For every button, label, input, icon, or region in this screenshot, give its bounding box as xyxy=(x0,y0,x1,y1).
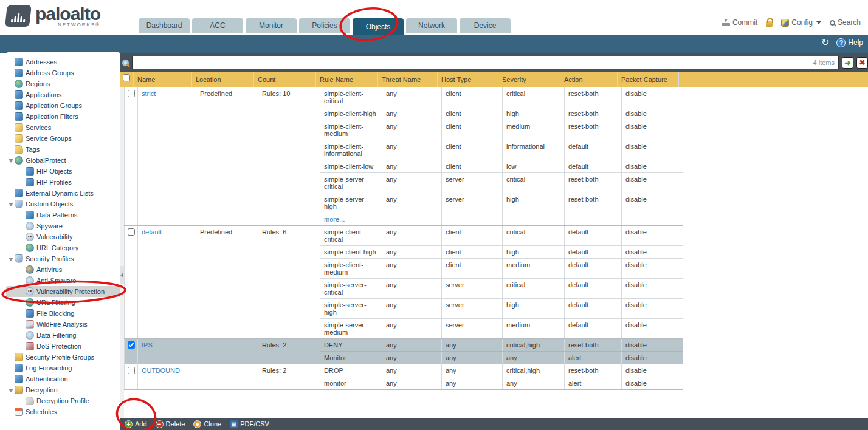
tab-monitor[interactable]: Monitor xyxy=(246,18,297,33)
rule-row: DENYanyanycritical,highreset-bothdisable xyxy=(320,339,683,352)
cell-packet-capture: disable xyxy=(621,364,683,377)
col-header-action[interactable]: Action xyxy=(560,72,617,87)
rules-block: DENYanyanycritical,highreset-bothdisable… xyxy=(320,339,683,364)
pdf-csv-button[interactable]: ▤PDF/CSV xyxy=(230,420,269,428)
select-all-checkbox[interactable] xyxy=(120,72,133,87)
col-header-threat-name[interactable]: Threat Name xyxy=(377,72,437,87)
profile-name-link[interactable]: default xyxy=(142,228,192,236)
add-button[interactable]: +Add xyxy=(125,420,147,428)
col-header-rule-name[interactable]: Rule Name xyxy=(315,72,377,87)
sidebar-item-wildfire-analysis[interactable]: WildFire Analysis xyxy=(6,319,120,330)
profile-row-strict[interactable]: strictPredefinedRules: 10simple-client-c… xyxy=(124,87,683,226)
row-checkbox[interactable] xyxy=(128,341,135,349)
delete-button[interactable]: −Delete xyxy=(156,420,185,428)
cell-action xyxy=(564,213,621,225)
tab-policies[interactable]: Policies xyxy=(299,18,350,33)
sidebar-item-log-forwarding[interactable]: Log Forwarding xyxy=(6,363,120,374)
filter-search-icon[interactable] xyxy=(122,60,129,66)
profile-name-link[interactable]: OUTBOUND xyxy=(142,367,192,374)
col-header-location[interactable]: Location xyxy=(191,72,253,87)
sidebar-item-dos-protection[interactable]: DoS Protection xyxy=(6,341,120,352)
expand-triangle-icon[interactable] xyxy=(9,200,15,208)
app-header: paloalto NETWORKS® DashboardACCMonitorPo… xyxy=(0,0,868,35)
rule-row: simple-server-mediumanyservermediumdefau… xyxy=(320,319,683,338)
profile-row-ips[interactable]: IPSRules: 2DENYanyanycritical,highreset-… xyxy=(124,339,683,364)
cell-action: default xyxy=(564,319,621,338)
tab-device[interactable]: Device xyxy=(460,18,511,33)
sidebar-item-security-profiles[interactable]: Security Profiles xyxy=(6,253,120,264)
profile-name-link[interactable]: IPS xyxy=(142,341,192,349)
sidebar-item-data-patterns[interactable]: Data Patterns xyxy=(6,210,120,220)
commit-button[interactable]: Commit xyxy=(722,18,757,27)
sidebar-item-applications[interactable]: Applications xyxy=(6,89,120,100)
row-checkbox[interactable] xyxy=(128,228,135,236)
apply-filter-button[interactable]: ➜ xyxy=(842,57,853,69)
sidebar-item-decryption[interactable]: Decryption xyxy=(6,384,120,395)
profile-name-link[interactable]: strict xyxy=(142,90,192,97)
sidebar-item-spyware[interactable]: Spyware xyxy=(6,220,120,231)
col-header-severity[interactable]: Severity xyxy=(498,72,560,87)
expand-triangle-icon[interactable] xyxy=(9,255,15,262)
sidebar-item-service-groups[interactable]: Service Groups xyxy=(6,133,120,144)
cell-packet-capture: disable xyxy=(621,319,683,338)
sidebar-item-address-groups[interactable]: Address Groups xyxy=(6,67,120,78)
url-filtering-globe-icon xyxy=(26,298,34,307)
sidebar-item-application-groups[interactable]: Application Groups xyxy=(6,100,120,111)
sidebar-item-services[interactable]: Services xyxy=(6,122,120,133)
sidebar-item-tags[interactable]: Tags xyxy=(6,144,120,155)
sidebar-item-data-filtering[interactable]: Data Filtering xyxy=(6,330,120,341)
sidebar-item-custom-objects[interactable]: Custom Objects xyxy=(6,199,120,210)
col-header-host-type[interactable]: Host Type xyxy=(437,72,498,87)
expand-triangle-icon[interactable] xyxy=(9,157,15,164)
cell-host-type: client xyxy=(441,246,502,258)
service-groups-icon xyxy=(15,134,23,143)
tab-network[interactable]: Network xyxy=(406,18,457,33)
row-checkbox[interactable] xyxy=(128,90,135,97)
paloalto-logo-icon xyxy=(5,5,32,27)
search-button[interactable]: Search xyxy=(830,18,861,27)
sidebar-item-vulnerability[interactable]: Vulnerability xyxy=(6,231,120,242)
profile-row-outbound[interactable]: OUTBOUNDRules: 2DROPanyanycritical,highr… xyxy=(124,364,683,390)
refresh-icon[interactable]: ↻ xyxy=(821,38,829,47)
lock-icon[interactable] xyxy=(766,21,773,27)
clone-button[interactable]: ●Clone xyxy=(193,420,221,428)
sidebar-item-schedules[interactable]: Schedules xyxy=(6,406,120,417)
sidebar-item-url-category[interactable]: URL Category xyxy=(6,242,120,253)
sidebar-item-anti-spyware[interactable]: Anti-Spyware xyxy=(6,275,120,286)
rule-row: Monitoranyanyanyalertdisable xyxy=(320,352,683,364)
sidebar-item-vulnerability-protection[interactable]: Vulnerability Protection xyxy=(6,286,120,297)
more-rules-link[interactable]: more... xyxy=(320,213,382,225)
cell-threat-name: any xyxy=(382,259,441,278)
profile-row-default[interactable]: defaultPredefinedRules: 6simple-client-c… xyxy=(124,226,683,339)
dos-icon xyxy=(26,342,34,350)
sidebar-item-hip-objects[interactable]: HIP Objects xyxy=(6,166,120,177)
tab-acc[interactable]: ACC xyxy=(192,18,243,33)
clear-filter-button[interactable]: ✖ xyxy=(856,57,868,69)
main-nav-tabs: DashboardACCMonitorPoliciesObjectsNetwor… xyxy=(139,18,511,35)
sidebar-item-security-profile-groups[interactable]: Security Profile Groups xyxy=(6,352,120,363)
expand-triangle-icon[interactable] xyxy=(9,386,15,394)
sidebar-item-decryption-profile[interactable]: Decryption Profile xyxy=(6,395,120,406)
col-header-count[interactable]: Count xyxy=(253,72,315,87)
sidebar-item-antivirus[interactable]: Antivirus xyxy=(6,264,120,275)
sidebar-item-url-filtering[interactable]: URL Filtering xyxy=(6,297,120,308)
help-link[interactable]: ? Help xyxy=(836,38,863,47)
cell-action: default xyxy=(564,259,621,278)
row-checkbox-cell xyxy=(124,364,137,389)
cell-rule-name: simple-client-critical xyxy=(320,226,382,245)
sidebar-item-file-blocking[interactable]: File Blocking xyxy=(6,308,120,319)
sidebar-item-authentication[interactable]: Authentication xyxy=(6,374,120,384)
tab-objects[interactable]: Objects xyxy=(353,18,404,35)
sidebar-item-addresses[interactable]: Addresses xyxy=(6,56,120,67)
config-dropdown[interactable]: Config xyxy=(781,18,821,27)
search-input[interactable]: 4 items xyxy=(132,56,839,69)
sidebar-item-hip-profiles[interactable]: HIP Profiles xyxy=(6,177,120,188)
row-checkbox[interactable] xyxy=(128,367,135,374)
sidebar-item-regions[interactable]: Regions xyxy=(6,78,120,89)
col-header-name[interactable]: Name xyxy=(133,72,191,87)
col-header-packet-capture[interactable]: Packet Capture xyxy=(617,72,679,87)
tab-dashboard[interactable]: Dashboard xyxy=(139,18,190,33)
sidebar-item-globalprotect[interactable]: GlobalProtect xyxy=(6,155,120,166)
sidebar-item-external-dynamic-lists[interactable]: External Dynamic Lists xyxy=(6,188,120,199)
sidebar-item-application-filters[interactable]: Application Filters xyxy=(6,111,120,122)
